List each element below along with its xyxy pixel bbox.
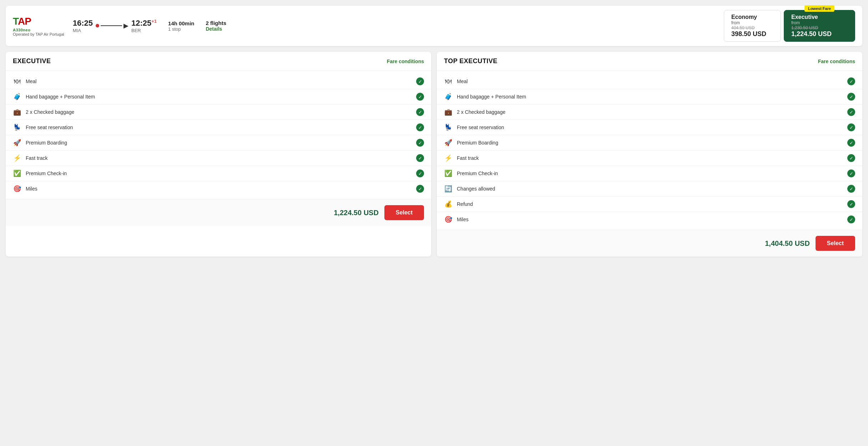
check-icon: ✓ [847, 139, 855, 147]
check-icon: ✓ [416, 185, 424, 193]
feature-icon: 💼 [13, 108, 21, 116]
feature-label: 2 x Checked baggage [26, 109, 74, 115]
check-icon: ✓ [416, 123, 424, 131]
check-icon: ✓ [847, 93, 855, 101]
top-executive-title: TOP EXECUTIVE [444, 57, 498, 65]
feature-row: 🚀 Premium Boarding ✓ [437, 135, 862, 151]
feature-label: Hand bagagge + Personal Item [457, 94, 526, 100]
check-icon: ✓ [416, 139, 424, 147]
arrow-head: ▶ [123, 22, 128, 30]
feature-left: 🎯 Miles [444, 216, 469, 223]
executive-class-label: Executive [791, 14, 848, 20]
feature-row: 🧳 Hand bagagge + Personal Item ✓ [437, 89, 862, 105]
stops: 1 stop [168, 26, 194, 32]
feature-icon: 🚀 [444, 139, 453, 147]
executive-fare-card[interactable]: Lowest Fare Executive from 1,230.50 USD … [784, 10, 855, 42]
economy-fare-card[interactable]: Economy from 404.50 USD 398.50 USD [724, 10, 781, 42]
feature-left: 🚀 Premium Boarding [13, 139, 67, 147]
executive-select-button[interactable]: Select [384, 205, 424, 220]
feature-label: Free seat reservation [457, 125, 504, 130]
fare-cards-row: EXECUTIVE Fare conditions 🍽 Meal ✓ 🧳 Han… [6, 52, 862, 257]
feature-icon: 💼 [444, 108, 453, 116]
flight-meta: 14h 00min 1 stop [168, 20, 194, 32]
top-executive-footer: 1,404.50 USD Select [437, 230, 862, 257]
economy-class-label: Economy [731, 14, 773, 20]
check-icon: ✓ [847, 123, 855, 131]
check-icon: ✓ [847, 169, 855, 177]
feature-label: Fast track [457, 155, 479, 161]
check-icon: ✓ [847, 154, 855, 162]
flight-times: 16:25 MIA ▶ 12:25+1 BER [73, 19, 157, 33]
executive-original-price: 1,230.50 USD [791, 25, 848, 30]
top-executive-features: 🍽 Meal ✓ 🧳 Hand bagagge + Personal Item … [437, 71, 862, 230]
feature-row: ⚡ Fast track ✓ [437, 151, 862, 166]
lowest-fare-badge: Lowest Fare [804, 5, 834, 12]
duration: 14h 00min [168, 20, 194, 26]
feature-left: ✅ Premium Check-in [444, 169, 498, 177]
page-wrapper: TAP A330neo Operated by TAP Air Portugal… [0, 0, 868, 262]
arrive-time: 12:25+1 [131, 19, 157, 28]
feature-left: ⚡ Fast track [13, 154, 47, 162]
feature-row: 💺 Free seat reservation ✓ [6, 120, 431, 135]
feature-icon: 🧳 [13, 93, 21, 101]
check-icon: ✓ [416, 154, 424, 162]
feature-icon: 🎯 [13, 185, 21, 193]
flights-details: 2 flights Details [206, 20, 226, 32]
executive-card-header: EXECUTIVE Fare conditions [6, 52, 431, 71]
feature-row: ⚡ Fast track ✓ [6, 151, 431, 166]
feature-row: 🍽 Meal ✓ [6, 74, 431, 89]
feature-label: 2 x Checked baggage [457, 109, 505, 115]
feature-row: 🍽 Meal ✓ [437, 74, 862, 89]
executive-fare-conditions[interactable]: Fare conditions [387, 59, 424, 64]
feature-left: 🍽 Meal [444, 78, 468, 85]
feature-row: 🚀 Premium Boarding ✓ [6, 135, 431, 151]
arrive-block: 12:25+1 BER [131, 19, 157, 33]
feature-left: 💺 Free seat reservation [444, 123, 504, 131]
feature-left: 🎯 Miles [13, 185, 37, 193]
feature-icon: ✅ [13, 169, 21, 177]
feature-label: Miles [26, 186, 37, 192]
feature-row: 🔄 Changes allowed ✓ [437, 181, 862, 197]
tap-logo: TAP [13, 16, 31, 27]
flight-header: TAP A330neo Operated by TAP Air Portugal… [6, 6, 862, 46]
feature-label: Meal [457, 78, 468, 84]
economy-original-price: 404.50 USD [731, 25, 773, 30]
feature-icon: 💰 [444, 200, 453, 208]
feature-row: ✅ Premium Check-in ✓ [437, 166, 862, 181]
executive-footer: 1,224.50 USD Select [6, 199, 431, 226]
feature-icon: ⚡ [444, 154, 453, 162]
top-executive-select-button[interactable]: Select [816, 236, 855, 251]
executive-title: EXECUTIVE [13, 57, 51, 65]
feature-row: 🎯 Miles ✓ [437, 212, 862, 227]
feature-row: 💼 2 x Checked baggage ✓ [437, 105, 862, 120]
feature-label: Premium Check-in [457, 171, 498, 176]
feature-icon: 🍽 [13, 78, 21, 85]
top-executive-card-header: TOP EXECUTIVE Fare conditions [437, 52, 862, 71]
details-link[interactable]: Details [206, 26, 226, 32]
feature-left: ⚡ Fast track [444, 154, 479, 162]
feature-left: 🍽 Meal [13, 78, 36, 85]
check-icon: ✓ [847, 108, 855, 116]
feature-label: Premium Boarding [457, 140, 498, 146]
feature-icon: 🍽 [444, 78, 453, 85]
arrive-city: BER [131, 28, 157, 33]
check-icon: ✓ [847, 216, 855, 223]
executive-footer-price: 1,224.50 USD [334, 209, 379, 217]
economy-price: 398.50 USD [731, 30, 773, 38]
feature-label: Miles [457, 217, 469, 222]
day-offset: +1 [151, 19, 157, 24]
feature-label: Hand bagagge + Personal Item [26, 94, 95, 100]
feature-label: Premium Boarding [26, 140, 67, 146]
feature-row: 🎯 Miles ✓ [6, 181, 431, 196]
feature-row: 💼 2 x Checked baggage ✓ [6, 105, 431, 120]
depart-city: MIA [73, 28, 93, 33]
arrow-line [101, 25, 122, 26]
feature-label: Fast track [26, 155, 47, 161]
top-executive-fare-conditions[interactable]: Fare conditions [818, 59, 855, 64]
check-icon: ✓ [416, 169, 424, 177]
feature-left: ✅ Premium Check-in [13, 169, 67, 177]
check-icon: ✓ [847, 200, 855, 208]
feature-row: 💺 Free seat reservation ✓ [437, 120, 862, 135]
top-executive-footer-price: 1,404.50 USD [765, 239, 810, 248]
check-icon: ✓ [416, 77, 424, 85]
